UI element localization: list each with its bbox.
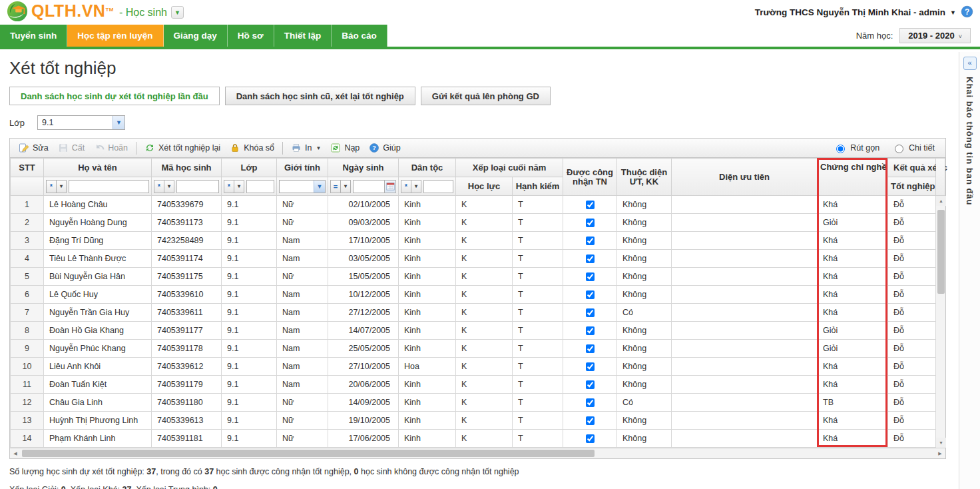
col-tot-nghiep[interactable]: Tốt nghiệp <box>888 177 936 196</box>
collapse-panel-button[interactable]: « <box>963 57 977 70</box>
cell-cong-nhan-tn[interactable] <box>563 340 617 358</box>
cell-cong-nhan-tn[interactable] <box>563 376 617 394</box>
toolbar-button-giúp[interactable]: ?Giúp <box>364 141 405 155</box>
col-ethnic[interactable]: Dân tộc <box>399 159 456 177</box>
table-row[interactable]: 2Nguyễn Hoàng Dung74053911739.1Nữ09/03/2… <box>11 214 936 232</box>
col-hanh-kiem[interactable]: Hạnh kiểm <box>513 177 563 196</box>
table-row[interactable]: 9Nguyễn Phúc Khang74053911789.1Nam25/05/… <box>11 340 936 358</box>
filter-code-input[interactable] <box>176 180 219 193</box>
toolbar-button-khóa-sổ[interactable]: Khóa sổ <box>225 141 279 155</box>
toolbar-button-xét-tốt-nghiệp-lại[interactable]: Xét tốt nghiệp lại <box>140 141 225 155</box>
col-thuoc-dien[interactable]: Thuộc diện ƯT, KK <box>617 159 672 196</box>
checkbox-cong-nhan-tn[interactable] <box>586 254 595 263</box>
filter-name-input[interactable] <box>69 180 149 193</box>
table-row[interactable]: 4Tiêu Lê Thành Được74053911749.1Nam03/05… <box>11 250 936 268</box>
tab-tuyển-sinh[interactable]: Tuyển sinh <box>0 25 67 47</box>
table-row[interactable]: 11Đoàn Tuấn Kiệt74053911799.1Nam20/06/20… <box>11 376 936 394</box>
checkbox-cong-nhan-tn[interactable] <box>586 344 595 353</box>
toolbar-button-sửa[interactable]: Sửa <box>14 141 53 155</box>
help-circle-icon[interactable]: ? <box>961 5 973 20</box>
checkbox-cong-nhan-tn[interactable] <box>586 380 595 389</box>
radio-rút-gọn[interactable] <box>836 145 845 153</box>
action-button-2[interactable]: Danh sách học sinh cũ, xét lại tốt nghiệ… <box>225 87 415 105</box>
col-code[interactable]: Mã học sinh <box>152 159 222 177</box>
checkbox-cong-nhan-tn[interactable] <box>586 308 595 317</box>
vertical-scrollbar[interactable]: ▲ ▼ <box>936 158 945 448</box>
cell-cong-nhan-tn[interactable] <box>563 358 617 376</box>
horizontal-scroll-thumb[interactable] <box>22 450 595 457</box>
cell-cong-nhan-tn[interactable] <box>563 286 617 304</box>
col-dob[interactable]: Ngày sinh <box>328 159 399 177</box>
table-row[interactable]: 7Nguyễn Trần Gia Huy74053396119.1Nam27/1… <box>11 304 936 322</box>
checkbox-cong-nhan-tn[interactable] <box>586 434 595 443</box>
checkbox-cong-nhan-tn[interactable] <box>586 237 595 245</box>
tab-thiết-lập[interactable]: Thiết lập <box>274 25 332 47</box>
col-class[interactable]: Lớp <box>222 159 277 177</box>
action-button-1[interactable]: Danh sách học sinh dự xét tốt nghiệp lần… <box>9 87 220 105</box>
col-cong-nhan-tn[interactable]: Được công nhận TN <box>563 159 617 196</box>
checkbox-cong-nhan-tn[interactable] <box>586 362 595 371</box>
table-row[interactable]: 13Huỳnh Thị Phương Linh74053396139.1Nữ19… <box>11 412 936 430</box>
cell-cong-nhan-tn[interactable] <box>563 412 617 430</box>
cell-cong-nhan-tn[interactable] <box>563 304 617 322</box>
chevron-down-icon[interactable]: ▾ <box>234 180 244 193</box>
table-row[interactable]: 5Bùi Nguyễn Gia Hân74053911759.1Nữ15/05/… <box>11 268 936 286</box>
horizontal-scrollbar[interactable]: ◀ ▶ <box>10 448 945 458</box>
account-menu[interactable]: Trường THCS Nguyễn Thị Minh Khai - admin <box>755 7 945 17</box>
cell-cong-nhan-tn[interactable] <box>563 214 617 232</box>
tab-học-tập-rèn-luyện[interactable]: Học tập rèn luyện <box>67 25 163 47</box>
school-year-select[interactable]: 2019 - 2020˅ <box>899 28 971 43</box>
radio-chi-tiết[interactable] <box>895 145 903 153</box>
table-row[interactable]: 3Đặng Trí Dũng74232584899.1Nam17/10/2005… <box>11 232 936 250</box>
filter-operator-button[interactable]: * <box>401 180 411 193</box>
checkbox-cong-nhan-tn[interactable] <box>586 201 595 209</box>
action-button-3[interactable]: Gửi kết quả lên phòng GD <box>421 87 551 105</box>
table-row[interactable]: 8Đoàn Hồ Gia Khang74053911779.1Nam14/07/… <box>11 322 936 340</box>
tab-giảng-dạy[interactable]: Giảng dạy <box>164 25 228 47</box>
filter-operator-button[interactable]: * <box>46 180 57 193</box>
scroll-left-arrow[interactable]: ◀ <box>10 448 21 458</box>
col-stt[interactable]: STT <box>11 159 44 177</box>
col-group-xep-loai[interactable]: Xếp loại cuối năm <box>456 159 563 177</box>
tab-hồ-sơ[interactable]: Hồ sơ <box>228 25 274 47</box>
toolbar-button-nạp[interactable]: Nạp <box>326 141 364 155</box>
module-dropdown-button[interactable]: ▼ <box>171 6 184 19</box>
col-chung-chi-nghe[interactable]: Chứng chỉ nghề <box>818 159 888 196</box>
checkbox-cong-nhan-tn[interactable] <box>586 272 595 281</box>
filter-operator-button[interactable]: * <box>224 180 234 193</box>
cell-cong-nhan-tn[interactable] <box>563 268 617 286</box>
checkbox-cong-nhan-tn[interactable] <box>586 398 595 407</box>
cell-cong-nhan-tn[interactable] <box>563 394 617 412</box>
calendar-icon[interactable] <box>385 180 396 193</box>
chevron-down-icon[interactable]: ▾ <box>411 180 421 193</box>
table-row[interactable]: 14Phạm Khánh Linh74053911819.1Nữ17/06/20… <box>11 430 936 448</box>
view-option-rút-gọn[interactable]: Rút gọn <box>833 143 879 153</box>
table-row[interactable]: 10Liêu Anh Khôi74053396129.1Nam27/10/200… <box>11 358 936 376</box>
table-row[interactable]: 6Lê Quốc Huy74053396109.1Nam10/12/2005Ki… <box>11 286 936 304</box>
toolbar-button-in[interactable]: In▼ <box>286 141 326 155</box>
scroll-up-arrow[interactable]: ▲ <box>936 196 946 206</box>
col-name[interactable]: Họ và tên <box>44 159 152 177</box>
col-dien-uu-tien[interactable]: Diện ưu tiên <box>672 159 818 196</box>
filter-ethnic-input[interactable] <box>423 180 453 193</box>
checkbox-cong-nhan-tn[interactable] <box>586 326 595 335</box>
filter-operator-button[interactable]: = <box>330 180 341 193</box>
chevron-down-icon[interactable]: ▾ <box>164 180 174 193</box>
chevron-down-icon[interactable]: ▾ <box>57 180 67 193</box>
scroll-right-arrow[interactable]: ▶ <box>935 448 945 458</box>
table-row[interactable]: 1Lê Hoàng Châu74053396799.1Nữ02/10/2005K… <box>11 196 936 214</box>
filter-operator-button[interactable]: * <box>154 180 164 193</box>
tab-báo-cáo[interactable]: Báo cáo <box>332 25 387 47</box>
chevron-down-icon[interactable]: ▾ <box>341 180 351 193</box>
filter-gender-select[interactable]: ▼ <box>279 180 326 193</box>
cell-cong-nhan-tn[interactable] <box>563 322 617 340</box>
table-row[interactable]: 12Châu Gia Linh74053911809.1Nữ14/09/2005… <box>11 394 936 412</box>
cell-cong-nhan-tn[interactable] <box>563 196 617 214</box>
col-gender[interactable]: Giới tính <box>277 159 328 177</box>
vertical-scroll-thumb[interactable] <box>937 210 945 294</box>
filter-dob-input[interactable] <box>353 180 385 193</box>
cell-cong-nhan-tn[interactable] <box>563 430 617 448</box>
checkbox-cong-nhan-tn[interactable] <box>586 219 595 227</box>
checkbox-cong-nhan-tn[interactable] <box>586 416 595 425</box>
filter-class-input[interactable] <box>246 180 274 193</box>
